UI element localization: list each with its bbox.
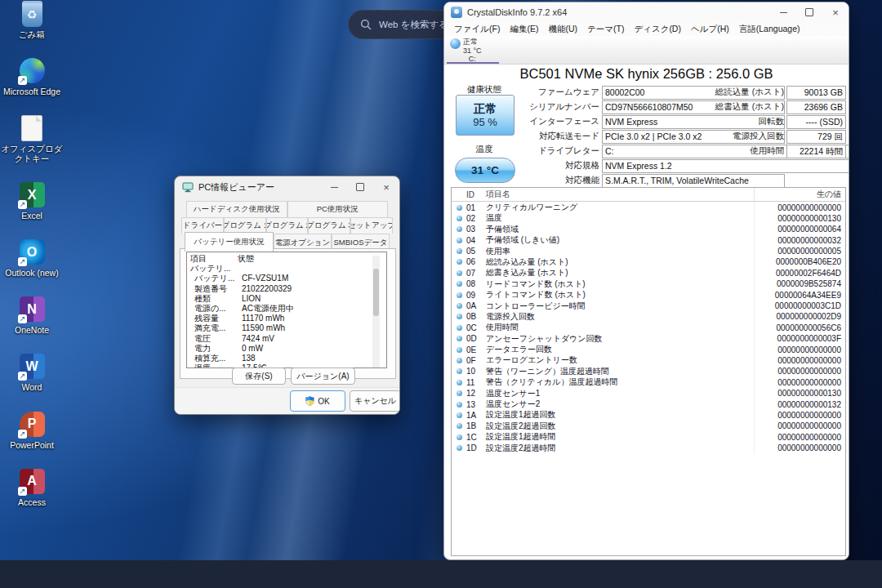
smart-row[interactable]: 01 クリティカルワーニング 00000000000000 — [452, 202, 845, 212]
desktop-icon-edge[interactable]: ↗ Microsoft Edge — [0, 57, 64, 96]
menu-item[interactable]: テーマ(T) — [582, 24, 629, 35]
smart-row[interactable]: 08 リードコマンド数 (ホスト) 0000009B525874 — [452, 278, 845, 289]
desktop-icon-excel[interactable]: X↗ Excel — [0, 181, 64, 220]
maximize-button[interactable] — [796, 2, 822, 22]
smart-row[interactable]: 05 使用率 00000000000005 — [452, 246, 845, 256]
ok-button[interactable]: OK — [290, 390, 345, 412]
close-button[interactable]: × — [373, 176, 399, 198]
smart-row[interactable]: 1A 設定温度1超過回数 00000000000000 — [452, 409, 845, 420]
menu-item[interactable]: 機能(U) — [543, 24, 582, 35]
access-icon: A↗ — [18, 468, 46, 495]
disk-field-row: 回転数 ---- (SSD) — [640, 114, 846, 129]
list-item[interactable]: 製造番号 21022200329 — [190, 284, 386, 294]
close-button[interactable]: × — [822, 2, 849, 22]
cdi-titlebar[interactable]: CrystalDiskInfo 9.7.2 x64 × — [444, 2, 849, 22]
save-button[interactable]: 保存(S) — [232, 368, 286, 385]
scrollbar-thumb[interactable] — [373, 269, 379, 316]
smart-row[interactable]: 03 予備領域 00000000000064 — [452, 224, 845, 234]
desktop-icon-office-product-key[interactable]: オフィスプロダクトキー — [0, 114, 64, 163]
status-dot-icon — [457, 314, 462, 319]
list-item[interactable]: 種類 LION — [190, 294, 386, 304]
smart-row[interactable]: 06 総読み込み量 (ホスト) 0000000B406E20 — [452, 256, 845, 267]
desktop-icon-onenote[interactable]: N↗ OneNote — [0, 296, 64, 335]
smart-row[interactable]: 11 警告（クリティカル）温度超過時間 00000000000000 — [452, 376, 845, 387]
tab[interactable]: セットアップ — [350, 217, 393, 234]
list-item[interactable]: 温度 17.5℃ — [190, 363, 386, 368]
item-name: 電源の... — [190, 304, 242, 314]
field-value: NVM Express 1.2 — [602, 159, 849, 173]
smart-row[interactable]: 0F エラーログエントリー数 00000000000000 — [452, 354, 845, 365]
smart-row[interactable]: 0B 電源投入回数 000000000002D9 — [452, 311, 845, 322]
tab[interactable]: ハードディスク使用状況 — [186, 201, 287, 217]
menu-item[interactable]: ディスク(D) — [629, 24, 686, 35]
minimize-button[interactable] — [321, 176, 347, 198]
smart-name: クリティカルワーニング — [486, 202, 754, 213]
tab[interactable]: プログラム 1 — [224, 217, 266, 234]
tab-battery-usage[interactable]: バッテリー使用状況 — [185, 232, 274, 252]
list-scrollbar[interactable] — [372, 256, 380, 368]
list-item[interactable]: 残容量 11170 mWh — [190, 314, 386, 323]
tab[interactable]: プログラム 2 — [266, 217, 309, 234]
menu-item[interactable]: 編集(E) — [505, 24, 543, 35]
tab[interactable]: プログラム 3 — [308, 217, 350, 234]
desktop-icon-label: PowerPoint — [10, 440, 54, 450]
list-item[interactable]: 電圧 7424 mV — [190, 334, 386, 344]
status-dot-icon — [457, 226, 462, 232]
desktop-icon-powerpoint[interactable]: P↗ PowerPoint — [0, 411, 64, 450]
crystaldiskinfo-window: CrystalDiskInfo 9.7.2 x64 × ファイル(F)編集(E)… — [443, 2, 849, 560]
dialog-titlebar[interactable]: PC情報ビューアー × — [175, 176, 399, 198]
field-label: ドライブレター — [444, 145, 602, 157]
version-button[interactable]: バージョン(A) — [291, 368, 355, 385]
crystaldiskinfo-app-icon — [451, 7, 462, 18]
smart-row[interactable]: 0C 使用時間 000000000056C6 — [452, 322, 845, 332]
smart-id: 11 — [466, 378, 486, 387]
desktop-icon-outlook[interactable]: O↗ Outlook (new) — [0, 238, 64, 278]
smart-row[interactable]: 07 総書き込み量 (ホスト) 00000002F6464D — [452, 267, 845, 278]
smart-raw-value: 00000000000000 — [754, 354, 845, 366]
desktop-icon-word[interactable]: W↗ Word — [0, 353, 64, 392]
tab[interactable]: PC使用状況 — [287, 201, 389, 217]
disk-tab-c[interactable]: 正常 31 °C C: — [447, 36, 501, 64]
battery-tab-page: 項目 状態 バッテリ... バッテリ... CF-VZSU1M — [180, 248, 396, 379]
maximize-button[interactable] — [347, 176, 373, 198]
smart-raw-value: 00000000000000 — [754, 344, 845, 355]
smart-row[interactable]: 12 温度センサー1 00000000000130 — [452, 388, 845, 399]
smart-name: 温度センサー2 — [486, 399, 754, 410]
status-dot-icon — [457, 292, 462, 298]
menu-item[interactable]: ファイル(F) — [449, 24, 505, 35]
smart-row[interactable]: 0A コントローラービジー時間 00000000003C1D — [452, 301, 845, 311]
field-label: 総書込量 (ホスト) — [640, 101, 786, 113]
smart-name: 設定温度2超過時間 — [486, 443, 754, 454]
smart-id: 08 — [466, 279, 486, 288]
desktop-icon-recycle-bin[interactable]: ♻ ごみ箱 — [0, 0, 64, 39]
list-item[interactable]: バッテリ... — [190, 264, 386, 274]
smart-row[interactable]: 0E データエラー回数 00000000000000 — [452, 344, 845, 354]
list-item[interactable]: 電力 0 mW — [190, 344, 386, 354]
list-item[interactable]: バッテリ... CF-VZSU1M — [190, 274, 386, 283]
list-item[interactable]: 電源の... AC電源使用中 — [190, 304, 386, 314]
smart-row[interactable]: 10 警告（ワーニング）温度超過時間 00000000000000 — [452, 366, 845, 376]
smart-row[interactable]: 13 温度センサー2 00000000000132 — [452, 399, 845, 409]
disk-field-row: 使用時間 22214 時間 — [640, 144, 846, 158]
pc-info-viewer-dialog: PC情報ビューアー × ハードディスク使用状況PC使用状況 ドライバープログラム… — [174, 176, 400, 415]
smart-name: アンセーフシャットダウン回数 — [486, 333, 754, 345]
smart-row[interactable]: 1D 設定温度2超過時間 00000000000000 — [452, 443, 845, 453]
minimize-button[interactable] — [770, 2, 796, 22]
disk-field-row: 総読込量 (ホスト) 90013 GB — [640, 85, 846, 100]
smart-row[interactable]: 1C 設定温度1超過時間 00000000000000 — [452, 431, 845, 442]
menu-item[interactable]: ヘルプ(H) — [686, 24, 734, 35]
menu-item[interactable]: 言語(Language) — [734, 24, 805, 35]
smart-header-raw: 生の値 — [754, 188, 845, 201]
list-item[interactable]: 積算充... 138 — [190, 354, 386, 363]
tab[interactable]: ドライバー — [181, 217, 224, 234]
desktop-icon-access[interactable]: A↗ Access — [0, 468, 64, 507]
smart-row[interactable]: 02 温度 00000000000130 — [452, 212, 845, 223]
list-item[interactable]: 満充電... 11590 mWh — [190, 323, 386, 333]
field-value: S.M.A.R.T., TRIM, VolatileWriteCache — [602, 174, 785, 188]
smart-row[interactable]: 1B 設定温度2超過回数 00000000000000 — [452, 421, 845, 431]
smart-row[interactable]: 0D アンセーフシャットダウン回数 0000000000003F — [452, 333, 845, 344]
desktop-icon-label: Excel — [21, 211, 42, 220]
cancel-button[interactable]: キャンセル — [350, 390, 400, 412]
smart-row[interactable]: 09 ライトコマンド数 (ホスト) 00000064A34EE9 — [452, 289, 845, 300]
smart-row[interactable]: 04 予備領域 (しきい値) 00000000000032 — [452, 234, 845, 245]
